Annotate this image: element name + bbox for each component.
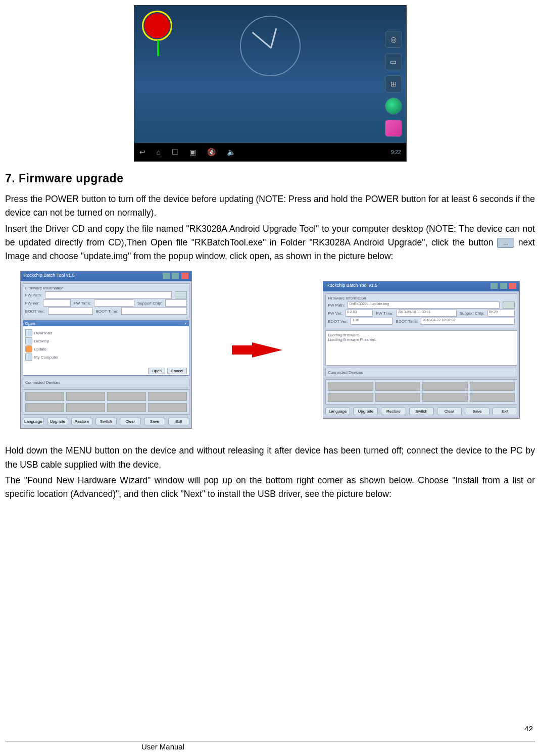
fwver-label: FW Ver: — [25, 301, 40, 306]
browser-icon — [385, 97, 402, 115]
titlebar: Rockchip Batch Tool v1.5 — [21, 271, 191, 281]
devices-label: Connected Devices — [25, 380, 187, 385]
device-slot — [422, 393, 468, 402]
fwtime-input — [94, 299, 134, 307]
nav-bar: ↩ ⌂ ☐ ▣ 🔇 🔈 9:22 — [134, 143, 406, 161]
page-footer: 42 User Manual — [5, 732, 535, 751]
fd-item-1: Desktop — [34, 339, 49, 343]
paragraph-2: Insert the Driver CD and copy the file n… — [5, 222, 535, 264]
close-icon — [181, 273, 188, 279]
save-button: Save — [465, 408, 489, 415]
device-slot — [66, 403, 105, 412]
window-title: Rockchip Batch Tool v1.5 — [24, 273, 75, 280]
firmware-info-section: Firmware Information FW Path: D:\RK3028\… — [325, 293, 517, 328]
fwver-input — [43, 299, 71, 307]
paragraph-4: The "Found New Hardware Wizard" window w… — [5, 474, 535, 501]
folder-icon — [25, 337, 32, 344]
apps-icon: ⊞ — [385, 75, 402, 92]
paragraph-1: Press the POWER button to turn off the d… — [5, 192, 535, 220]
bootver-value: 1.16 — [351, 318, 392, 325]
support-label: Support Chip: — [460, 311, 484, 316]
minimize-icon — [163, 273, 170, 279]
device-slot — [328, 393, 373, 402]
device-slot — [375, 393, 421, 402]
boottime-label: BOOT Time: — [96, 309, 118, 314]
exit-button: Exit — [493, 408, 517, 415]
app-shortcut-icon — [144, 13, 170, 38]
fwpath-label: FW Path: — [25, 293, 42, 297]
support-value: RK29 — [487, 310, 515, 317]
fw-section-label: Firmware Information — [328, 296, 515, 300]
device-slot — [25, 392, 64, 401]
language-button: Language — [23, 418, 44, 425]
upgrade-button: Upgrade — [353, 408, 378, 415]
close-icon — [509, 283, 516, 289]
devices-label: Connected Devices — [328, 370, 515, 375]
section-heading: 7. Firmware upgrade — [5, 172, 535, 185]
fwtime-label: FW Time: — [74, 301, 91, 306]
page-number: 42 — [524, 724, 533, 733]
batchtool-window-before: Rockchip Batch Tool v1.5 Firmware Inform… — [20, 271, 192, 429]
vol-down-icon: 🔇 — [207, 148, 216, 156]
home-icon: ⌂ — [157, 148, 161, 156]
window-buttons: Language Upgrade Restore Switch Clear Sa… — [23, 418, 189, 425]
log-line-1: Loading firmware... — [328, 333, 515, 337]
window-title: Rockchip Batch Tool v1.5 — [326, 283, 377, 290]
fwtime-label: FW Time: — [376, 311, 393, 316]
clear-button: Clear — [437, 408, 462, 415]
fwver-value: 0.2.03 — [346, 310, 373, 317]
minimize-icon — [490, 283, 498, 289]
device-slots — [23, 389, 189, 415]
dock-icons: ◎ ▭ ⊞ — [385, 31, 402, 137]
clock-widget — [240, 16, 301, 76]
cancel-button: Cancel — [167, 368, 187, 374]
status-time: 9:22 — [391, 149, 401, 155]
fwpath-label: FW Path: — [328, 303, 345, 308]
vol-up-icon: 🔈 — [227, 148, 235, 156]
device-slot — [107, 392, 146, 401]
support-label: Support Chip: — [137, 301, 162, 306]
device-slot — [375, 382, 421, 391]
devices-section: Connected Devices — [325, 368, 517, 377]
fd-close-icon: × — [184, 321, 187, 326]
device-slot — [470, 382, 515, 391]
bootver-input — [48, 308, 93, 315]
search-icon: ◎ — [385, 31, 402, 48]
boottime-input — [121, 308, 187, 315]
device-slot — [148, 392, 187, 401]
titlebar: Rockchip Batch Tool v1.5 — [323, 281, 519, 291]
device-slot — [66, 392, 105, 401]
exit-button: Exit — [168, 418, 189, 425]
fwver-label: FW Ver: — [328, 311, 342, 316]
log-line-2: Loading firmware Finished. — [328, 337, 515, 342]
gallery-icon: ▭ — [385, 53, 402, 70]
device-slot — [470, 393, 515, 402]
upgrade-button: Upgrade — [47, 418, 68, 425]
open-file-dialog: Open × Download Desktop update My Comput… — [23, 320, 189, 376]
tablet-screenshot: ◎ ▭ ⊞ ↩ ⌂ ☐ ▣ 🔇 🔈 9:22 — [134, 5, 407, 162]
boottime-value: 2013-04-22 18:02:02 — [421, 318, 515, 325]
fd-file: update — [34, 347, 46, 351]
file-dialog-title: Open — [25, 321, 35, 326]
firmware-info-section: Firmware Information FW Path: FW Ver: FW… — [23, 283, 189, 318]
paragraph-2a: Insert the Driver CD and copy the file n… — [5, 224, 535, 247]
pointer-line — [157, 40, 159, 56]
open-button: Open — [148, 368, 165, 374]
fd-item-0: Download — [34, 331, 53, 335]
fw-section-label: Firmware Information — [25, 286, 187, 290]
browse-button — [175, 291, 187, 298]
fwtime-value: 2013-09-10 11:30:11 — [397, 310, 457, 317]
devices-section: Connected Devices — [23, 378, 189, 387]
file-icon — [25, 345, 32, 352]
log-area: Loading firmware... Loading firmware Fin… — [325, 330, 517, 366]
arrow-icon — [232, 342, 282, 358]
media-icon — [385, 120, 402, 137]
switch-button: Switch — [409, 408, 434, 415]
support-input — [165, 299, 187, 307]
paragraph-3: Hold down the MENU button on the device … — [5, 444, 535, 472]
fwpath-input — [45, 291, 172, 298]
screenshots-row: Rockchip Batch Tool v1.5 Firmware Inform… — [5, 271, 535, 429]
device-slots — [325, 379, 517, 405]
device-slot — [422, 382, 468, 391]
save-button: Save — [144, 418, 165, 425]
